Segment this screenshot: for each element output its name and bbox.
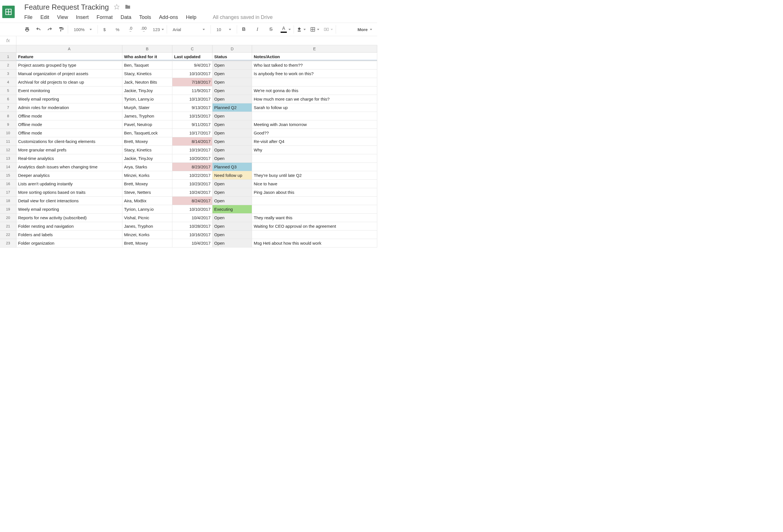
cell[interactable]: Open [213,120,252,129]
cell[interactable]: Steve, Netters [122,188,173,197]
cell[interactable] [252,112,377,120]
menu-file[interactable]: File [24,14,32,20]
cell[interactable]: Open [213,222,252,230]
row-header[interactable]: 23 [0,239,17,248]
cell[interactable]: 10/4/2017 [173,239,213,248]
row-header[interactable]: 14 [0,163,17,171]
cell[interactable] [252,78,377,87]
col-header-b[interactable]: B [122,45,173,53]
cell[interactable]: Open [213,146,252,154]
redo-icon[interactable] [46,25,54,34]
row-header[interactable]: 15 [0,171,17,180]
undo-icon[interactable] [34,25,42,34]
cell[interactable]: Meeting with Joan tomorrow [252,120,377,129]
row-header[interactable]: 17 [0,188,17,197]
select-all-corner[interactable] [0,45,17,53]
cell[interactable]: Detail view for client interactions [17,197,122,205]
cell[interactable]: 10/10/2017 [173,205,213,214]
cell[interactable]: Open [213,137,252,146]
cell[interactable]: 10/20/2017 [173,154,213,163]
row-header[interactable]: 21 [0,222,17,230]
more-button[interactable]: More [357,27,372,32]
cell[interactable]: Jack, Neuton Bits [122,78,173,87]
cell[interactable]: Open [213,239,252,248]
cell[interactable]: More granular email prefs [17,146,122,154]
cell[interactable]: Msg Heti about how this would work [252,239,377,248]
sheets-logo[interactable] [0,2,17,22]
cell[interactable]: Planned Q3 [213,163,252,171]
cell[interactable]: Project assets grouped by type [17,61,122,69]
cell[interactable]: Real-time analytics [17,154,122,163]
cell[interactable]: Lists aren't updating instantly [17,180,122,188]
menu-tools[interactable]: Tools [139,14,151,20]
cell[interactable]: Open [213,197,252,205]
cell[interactable]: Open [213,129,252,137]
decrease-decimal-button[interactable]: .0← [127,25,134,34]
cell[interactable]: Offline mode [17,129,122,137]
menu-format[interactable]: Format [97,14,113,20]
cell[interactable]: Is anybody free to work on this? [252,69,377,78]
row-header[interactable]: 8 [0,112,17,120]
italic-button[interactable]: I [253,25,261,34]
star-icon[interactable] [114,4,120,10]
cell[interactable]: Brett, Moxey [122,137,173,146]
cell[interactable]: Re-visit after Q4 [252,137,377,146]
cell[interactable]: Open [213,95,252,103]
cell[interactable] [252,197,377,205]
row-header[interactable]: 19 [0,205,17,214]
cell[interactable]: Executing [213,205,252,214]
cell[interactable]: 9/4/2017 [173,61,213,69]
format-percent-button[interactable]: % [114,25,122,34]
cell[interactable]: Jackie, TinyJoy [122,87,173,95]
menu-help[interactable]: Help [186,14,196,20]
cell[interactable]: Who last talked to them?? [252,61,377,69]
cell[interactable]: 10/10/2017 [173,69,213,78]
strike-button[interactable]: S [267,25,275,34]
row-header[interactable]: 12 [0,146,17,154]
row-header[interactable]: 1 [0,53,17,61]
cell[interactable]: Open [213,214,252,222]
cell[interactable]: 10/15/2017 [173,112,213,120]
cell[interactable]: Analytics dash issues when changing time [17,163,122,171]
row-header[interactable]: 3 [0,69,17,78]
cell[interactable]: Ping Jason about this [252,188,377,197]
cell[interactable]: Open [213,154,252,163]
cell[interactable]: 10/24/2017 [173,188,213,197]
col-header-c[interactable]: C [173,45,213,53]
cell[interactable]: Customizations for client-facing element… [17,137,122,146]
row-header[interactable]: 7 [0,103,17,112]
menu-insert[interactable]: Insert [76,14,89,20]
cell[interactable] [252,163,377,171]
cell[interactable]: Admin roles for moderation [17,103,122,112]
cell[interactable]: Brett, Moxey [122,239,173,248]
cell[interactable]: Why [252,146,377,154]
row-header[interactable]: 18 [0,197,17,205]
cell[interactable]: Event monitoring [17,87,122,95]
fill-color-button[interactable] [297,27,306,32]
cell[interactable]: Reports for new activity (subscribed) [17,214,122,222]
col-header-d[interactable]: D [213,45,252,53]
cell[interactable]: 8/23/2017 [173,163,213,171]
cell[interactable]: Open [213,69,252,78]
row-header[interactable]: 22 [0,230,17,239]
row-header[interactable]: 2 [0,61,17,69]
cell[interactable]: Murph, Slater [122,103,173,112]
cell[interactable]: Janes, Tryphon [122,222,173,230]
cell[interactable]: Good?? [252,129,377,137]
row-header[interactable]: 13 [0,154,17,163]
doc-title[interactable]: Feature Request Tracking [17,3,109,11]
number-format-button[interactable]: 123 [153,27,164,32]
cell[interactable]: Stacy, Kinetics [122,146,173,154]
cell[interactable]: Folder organization [17,239,122,248]
cell[interactable] [252,205,377,214]
cell[interactable]: Open [213,78,252,87]
cell[interactable]: Vishal, Picnic [122,214,173,222]
cell[interactable]: Weely email reporting [17,205,122,214]
cell[interactable]: Open [213,61,252,69]
row-header[interactable]: 9 [0,120,17,129]
cell[interactable]: 9/13/2017 [173,103,213,112]
cell[interactable]: Ben, Tasquet [122,61,173,69]
cell[interactable]: They really want this [252,214,377,222]
cell[interactable]: How much more can we charge for this? [252,95,377,103]
cell[interactable]: More sorting options based on traits [17,188,122,197]
